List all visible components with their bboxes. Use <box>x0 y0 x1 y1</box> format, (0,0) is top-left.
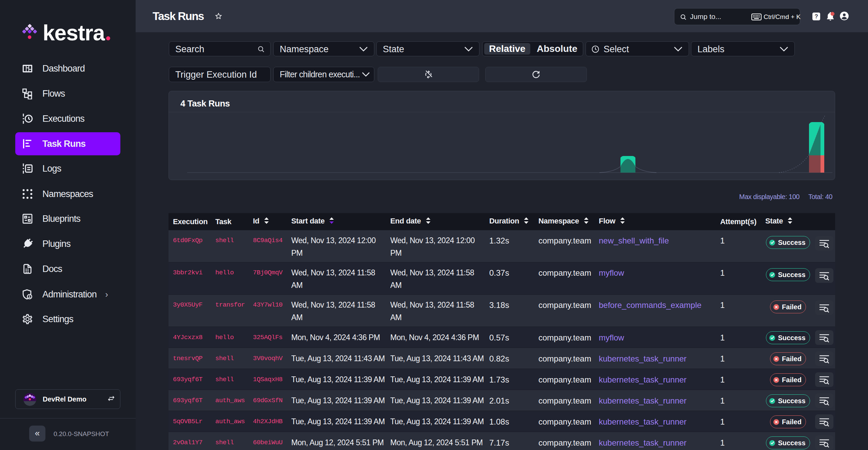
svg-text:?: ? <box>814 13 818 20</box>
